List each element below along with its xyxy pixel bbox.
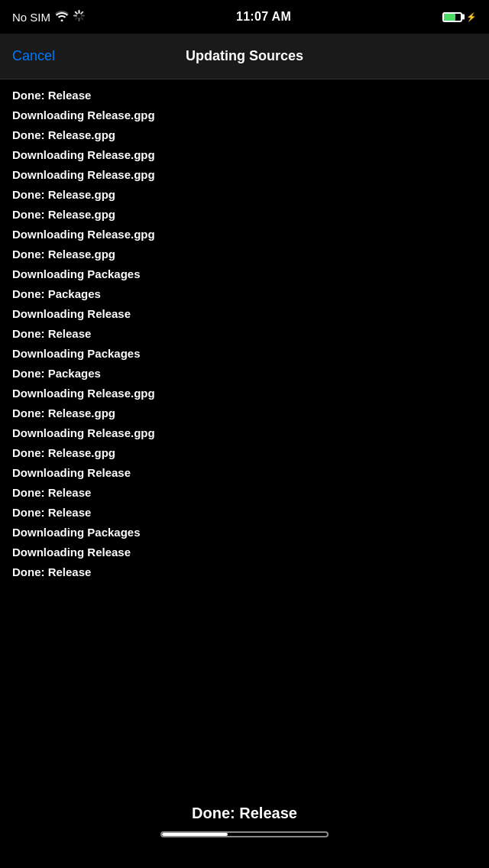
log-line: Downloading Release.gpg bbox=[12, 423, 477, 443]
navigation-bar: Cancel Updating Sources bbox=[0, 34, 489, 79]
log-line: Downloading Packages bbox=[12, 344, 477, 364]
log-line: Done: Release bbox=[12, 503, 477, 523]
activity-icon bbox=[73, 10, 85, 24]
log-line: Done: Packages bbox=[12, 284, 477, 304]
log-line: Done: Release.gpg bbox=[12, 443, 477, 463]
progress-bar-container bbox=[160, 831, 329, 837]
progress-bar-fill bbox=[162, 833, 228, 836]
page-title: Updating Sources bbox=[186, 48, 303, 64]
cancel-button[interactable]: Cancel bbox=[12, 48, 55, 64]
log-line: Done: Packages bbox=[12, 364, 477, 384]
status-right: ⚡ bbox=[442, 12, 477, 22]
log-line: Downloading Release.gpg bbox=[12, 165, 477, 185]
status-left: No SIM bbox=[12, 10, 85, 24]
svg-line-4 bbox=[76, 12, 77, 14]
battery-fill bbox=[444, 14, 455, 21]
svg-line-7 bbox=[76, 18, 77, 19]
log-line: Downloading Packages bbox=[12, 523, 477, 542]
current-status-text: Done: Release bbox=[192, 805, 297, 822]
log-line: Done: Release bbox=[12, 86, 477, 105]
log-line: Done: Release.gpg bbox=[12, 185, 477, 205]
svg-line-5 bbox=[81, 18, 83, 19]
log-line: Done: Release.gpg bbox=[12, 205, 477, 225]
log-line: Downloading Release bbox=[12, 542, 477, 562]
bottom-status: Done: Release bbox=[0, 789, 489, 868]
log-line: Done: Release bbox=[12, 562, 477, 582]
battery-icon bbox=[442, 12, 462, 22]
log-line: Done: Release.gpg bbox=[12, 403, 477, 423]
log-line: Done: Release bbox=[12, 324, 477, 344]
log-line: Downloading Release.gpg bbox=[12, 225, 477, 245]
log-line: Downloading Release bbox=[12, 304, 477, 324]
log-line: Downloading Packages bbox=[12, 264, 477, 284]
log-line: Done: Release bbox=[12, 483, 477, 503]
log-line: Downloading Release bbox=[12, 463, 477, 483]
status-time: 11:07 AM bbox=[236, 10, 291, 24]
wifi-icon bbox=[55, 11, 69, 24]
carrier-label: No SIM bbox=[12, 11, 50, 24]
charging-bolt: ⚡ bbox=[466, 12, 477, 22]
log-line: Downloading Release.gpg bbox=[12, 105, 477, 125]
log-line: Done: Release.gpg bbox=[12, 245, 477, 264]
status-bar: No SIM 11:07 AM bbox=[0, 0, 489, 34]
svg-line-6 bbox=[81, 12, 83, 14]
log-line: Downloading Release.gpg bbox=[12, 384, 477, 403]
log-line: Downloading Release.gpg bbox=[12, 145, 477, 165]
log-content: Done: ReleaseDownloading Release.gpgDone… bbox=[0, 79, 489, 588]
log-line: Done: Release.gpg bbox=[12, 125, 477, 145]
